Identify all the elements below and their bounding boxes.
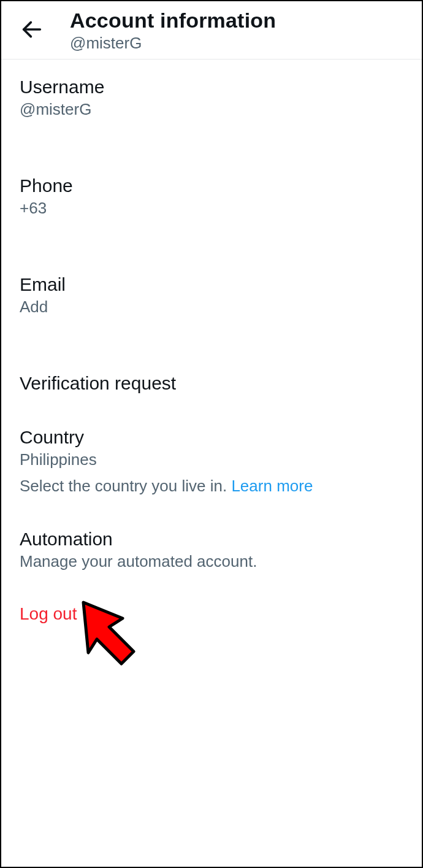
country-value: Philippines — [20, 450, 403, 469]
verification-item[interactable]: Verification request — [20, 373, 403, 394]
country-help: Select the country you live in. — [20, 477, 231, 495]
username-label: Username — [20, 77, 403, 98]
country-item[interactable]: Country Philippines — [20, 427, 403, 469]
verification-label: Verification request — [20, 373, 403, 394]
automation-value: Manage your automated account. — [20, 552, 403, 571]
email-value: Add — [20, 298, 403, 317]
learn-more-link[interactable]: Learn more — [231, 477, 313, 495]
back-button[interactable] — [10, 8, 54, 52]
account-information-screen: Account information @misterG Username @m… — [0, 0, 423, 868]
email-label: Email — [20, 274, 403, 295]
country-label: Country — [20, 427, 403, 448]
arrow-left-icon — [20, 17, 44, 44]
country-help-text: Select the country you live in. Learn mo… — [20, 477, 403, 496]
header-subtitle: @misterG — [70, 34, 276, 53]
username-value: @misterG — [20, 100, 403, 119]
email-item[interactable]: Email Add — [20, 274, 403, 317]
phone-label: Phone — [20, 175, 403, 196]
automation-item[interactable]: Automation Manage your automated account… — [20, 529, 403, 571]
automation-label: Automation — [20, 529, 403, 550]
username-item[interactable]: Username @misterG — [20, 77, 403, 119]
page-title: Account information — [70, 9, 276, 33]
logout-button[interactable]: Log out — [20, 604, 403, 624]
header: Account information @misterG — [1, 1, 422, 60]
phone-value: +63 — [20, 199, 403, 218]
header-text: Account information @misterG — [70, 7, 276, 53]
content: Username @misterG Phone +63 Email Add Ve… — [1, 60, 422, 624]
phone-item[interactable]: Phone +63 — [20, 175, 403, 218]
